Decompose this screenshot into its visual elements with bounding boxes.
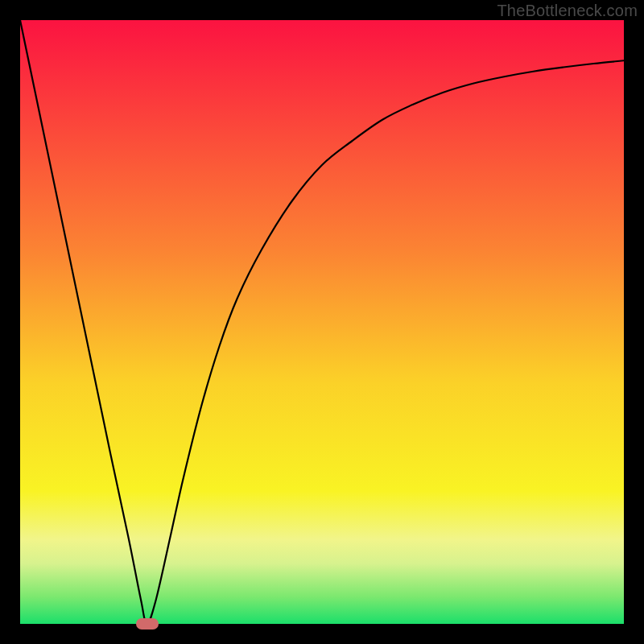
gradient-bg [20, 20, 624, 624]
plot-area [20, 20, 624, 624]
attribution-label: TheBottleneck.com [497, 2, 638, 20]
chart-frame: TheBottleneck.com [0, 0, 644, 644]
minimum-marker [136, 618, 159, 630]
